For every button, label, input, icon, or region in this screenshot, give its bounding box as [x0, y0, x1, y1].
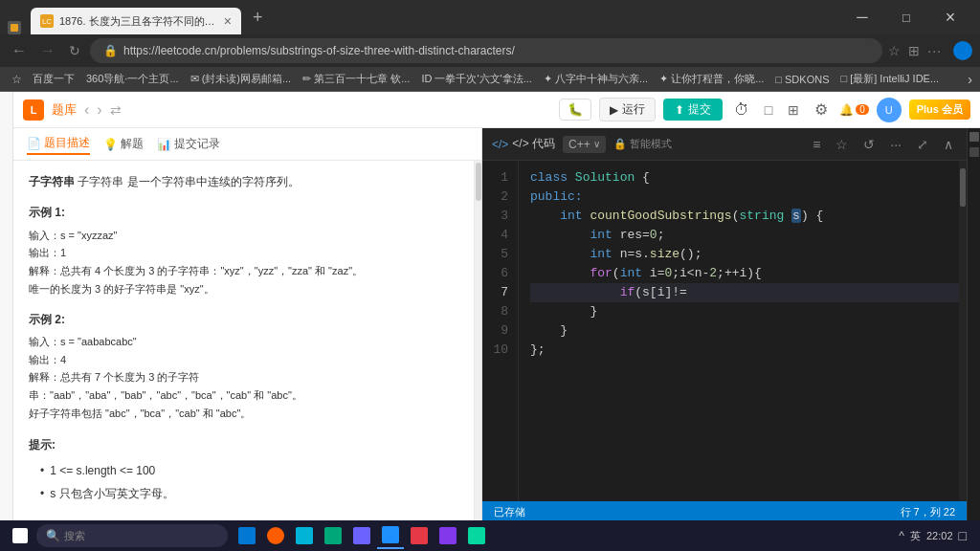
- lang-indicator[interactable]: 英: [910, 529, 921, 543]
- address-bar[interactable]: 🔒 https://leetcode.cn/problems/substring…: [90, 38, 882, 63]
- tab-submissions[interactable]: 📊 提交记录: [157, 134, 220, 154]
- refresh-button[interactable]: ↻: [65, 43, 84, 58]
- saved-status: 已存储: [494, 505, 525, 519]
- minimize-button[interactable]: ─: [840, 3, 884, 32]
- taskbar-icon-8[interactable]: [434, 522, 461, 549]
- taskbar-icon-2[interactable]: [262, 522, 289, 549]
- problem-scrollbar[interactable]: [474, 161, 481, 524]
- problem-content: 子字符串 子字符串 是一个字符串中连续的字符序列。 示例 1: 输入：s = "…: [13, 161, 474, 524]
- code-line-9: }: [530, 321, 959, 341]
- run-label: 运行: [622, 101, 645, 118]
- settings-button[interactable]: ⚙: [811, 100, 832, 119]
- note-button[interactable]: □: [761, 102, 776, 118]
- hints-section: 提示: • 1 <= s.length <= 100 • s 只包含小写英文字母…: [29, 435, 458, 503]
- bookmark-fist[interactable]: ID 一拳千次'六文'拿法...: [416, 70, 536, 88]
- bookmark-intellij[interactable]: □ [最新] IntelliJ IDE...: [835, 70, 944, 88]
- taskbar-icon-7[interactable]: [406, 522, 433, 549]
- plus-button[interactable]: Plus 会员: [909, 99, 970, 120]
- submit-button[interactable]: ⬆ 提交: [663, 99, 723, 121]
- taskbar-icon-4[interactable]: [320, 522, 346, 549]
- smart-mode-toggle[interactable]: 🔒 暂能模式: [613, 137, 672, 151]
- code-panel-title: </> </> 代码: [492, 136, 555, 152]
- hint-2: s 只包含小写英文字母。: [50, 484, 173, 503]
- tray-icon-1[interactable]: ^: [899, 529, 904, 542]
- bookmark-360[interactable]: 360导航·一个主页...: [81, 70, 184, 88]
- example-2-exp2: 串："aab"，"aba"，"bab"，"abc"，"bca"，"cab" 和 …: [29, 386, 458, 405]
- hints-title: 提示:: [29, 435, 458, 454]
- collapse-button[interactable]: ∧: [940, 137, 957, 152]
- clock: 22:02: [926, 530, 953, 541]
- language-selector[interactable]: C++ ∨: [563, 136, 606, 153]
- example-1-output: 输出：1: [29, 244, 458, 262]
- run-button[interactable]: ▶ 运行: [599, 98, 656, 121]
- play-icon: ▶: [610, 103, 618, 117]
- code-line-3: int countGoodSubstrings(string s) {: [530, 207, 959, 226]
- format-code-button[interactable]: ≡: [809, 137, 824, 152]
- tab-close-icon[interactable]: ×: [224, 13, 232, 29]
- maximize-button[interactable]: □: [884, 3, 928, 32]
- bookmark-baidu[interactable]: 百度一下: [28, 70, 79, 88]
- back-button[interactable]: ←: [8, 42, 31, 59]
- sidebar-tool-1[interactable]: [969, 132, 979, 142]
- timer-button[interactable]: ⏱: [730, 101, 753, 119]
- code-editor[interactable]: 1 2 3 4 5 6 7 8 9 10 class Solution {: [482, 161, 967, 501]
- tab-title: 1876. 长度为三且各字符不同的子...: [59, 14, 216, 29]
- taskbar-icon-1[interactable]: [234, 522, 260, 549]
- example-2-exp1: 解释：总共有 7 个长度为 3 的子字符: [29, 368, 458, 386]
- code-icon: </>: [492, 138, 508, 151]
- undo-button[interactable]: ↺: [859, 137, 879, 152]
- breadcrumb-label[interactable]: 题库: [52, 101, 77, 119]
- debug-button[interactable]: 🐛: [559, 99, 591, 121]
- start-button[interactable]: [6, 523, 34, 548]
- more-icon[interactable]: ···: [927, 43, 942, 58]
- bookmarks-toggle[interactable]: ☆: [8, 73, 26, 86]
- bookmark-code-button[interactable]: ☆: [832, 137, 852, 152]
- search-bar[interactable]: 🔍 搜索: [36, 524, 228, 547]
- lc-logo: L: [23, 99, 44, 121]
- lang-arrow: ∨: [593, 139, 600, 149]
- taskbar-icon-3[interactable]: [291, 522, 318, 549]
- code-scrollbar[interactable]: [959, 161, 967, 501]
- new-tab-button[interactable]: +: [247, 8, 269, 28]
- code-line-6: for(int i=0;i<n-2;++i){: [530, 264, 959, 283]
- close-button[interactable]: ×: [928, 3, 972, 32]
- more-options-button[interactable]: ···: [886, 137, 905, 152]
- tab-description[interactable]: 📄 题目描述: [27, 133, 90, 155]
- shuffle-button[interactable]: ⇄: [110, 102, 122, 118]
- taskbar-icon-6[interactable]: [377, 522, 404, 549]
- example-2-output: 输出：4: [29, 351, 458, 369]
- example-1-exp1: 解释：总共有 4 个长度为 3 的子字符串："xyz"，"yzz"，"zza" …: [29, 262, 458, 280]
- notifications-area[interactable]: 🔔 0: [839, 103, 869, 117]
- forward-button[interactable]: →: [36, 42, 59, 59]
- bookmark-mail[interactable]: ✉ (封未读)网易邮箱...: [186, 70, 297, 88]
- bookmarks-more[interactable]: ›: [968, 72, 972, 87]
- avatar[interactable]: U: [877, 98, 902, 122]
- code-content[interactable]: class Solution { public: int countGoodSu…: [519, 161, 959, 501]
- taskbar-icon-9[interactable]: [463, 522, 490, 549]
- example-1-exp2: 唯一的长度为 3 的好子字符串是 "xyz"。: [29, 280, 458, 298]
- browser-logo: [953, 41, 972, 60]
- extensions-icon[interactable]: ⊞: [908, 43, 920, 58]
- cursor-position: 行 7，列 22: [901, 505, 955, 519]
- problem-panel: 📄 题目描述 💡 解题 📊 提交记录: [13, 128, 482, 551]
- bookmark-chapter[interactable]: ✏ 第三百一十七章 钦...: [298, 70, 414, 88]
- cpp-label: C++: [568, 138, 590, 151]
- upload-icon: ⬆: [675, 103, 684, 117]
- bullet-1: •: [40, 461, 44, 480]
- next-problem-button[interactable]: ›: [97, 101, 101, 119]
- code-line-4: int res=0;: [530, 226, 959, 245]
- search-icon: 🔍: [46, 529, 60, 542]
- bookmark-sdkons[interactable]: □ SDKONS: [770, 72, 834, 87]
- layout-button[interactable]: ⊞: [784, 102, 803, 118]
- sidebar-tool-2[interactable]: [969, 147, 979, 157]
- expand-button[interactable]: ⤢: [913, 137, 932, 152]
- active-tab[interactable]: LC 1876. 长度为三且各字符不同的子... ×: [31, 8, 241, 34]
- lock-mode-icon: 🔒: [613, 138, 627, 150]
- bookmark-dacheng[interactable]: ✦ 让你打程普，你晓...: [655, 70, 768, 88]
- star-icon[interactable]: ☆: [888, 43, 901, 58]
- notification-center[interactable]: □: [959, 528, 967, 543]
- prev-problem-button[interactable]: ‹: [84, 101, 89, 119]
- bookmark-bazi[interactable]: ✦ 八字中十神与六亲...: [539, 70, 653, 88]
- taskbar-icon-5[interactable]: [348, 522, 375, 549]
- tab-solution[interactable]: 💡 解题: [103, 134, 144, 154]
